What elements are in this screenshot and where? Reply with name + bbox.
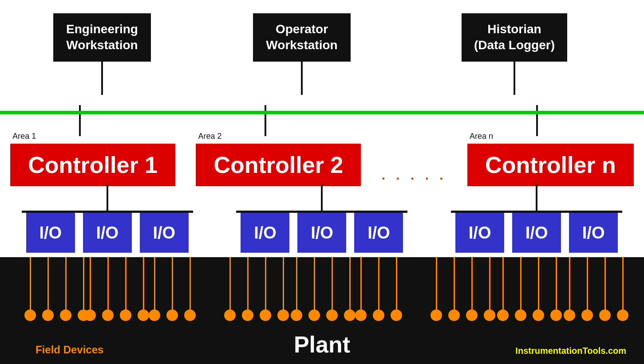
instrumentation-label: InstrumentationTools.com (515, 346, 626, 356)
io2-1-wires (224, 257, 289, 321)
middle-section: Area 1 Controller 1 Area 2 Controller 2 … (0, 120, 644, 191)
ion-2-wires (497, 257, 562, 321)
ion-3: I/O (569, 213, 618, 253)
ion-1: I/O (455, 213, 504, 253)
ctrl2-bus-line (265, 105, 266, 136)
eng-ws-line (101, 62, 103, 95)
io1-3-wires (149, 257, 196, 321)
diagram: Engineering Workstation Operator Worksta… (0, 0, 644, 364)
controllern: Controller n (467, 144, 634, 186)
plant-label: Plant (294, 331, 350, 358)
top-section: Engineering Workstation Operator Worksta… (0, 0, 644, 120)
ion-3-wires (564, 257, 628, 321)
bottom-section: Field Devices Plant InstrumentationTools… (0, 257, 644, 364)
io-group-2: I/O I/O I/O (241, 211, 403, 253)
ctrl1-bus-line (79, 105, 81, 136)
io2-2-wires (291, 257, 356, 321)
ctrln-bus-line (536, 105, 538, 136)
field-devices-label: Field Devices (36, 344, 103, 356)
io1-2: I/O (83, 213, 132, 253)
ion-1-wires (431, 257, 495, 321)
io1-1: I/O (26, 213, 75, 253)
engineering-workstation: Engineering Workstation (53, 13, 151, 62)
io2-1: I/O (241, 213, 289, 253)
op-ws-line (301, 62, 303, 95)
arean-label: Area n (467, 132, 493, 141)
io-group-n: I/O I/O I/O (455, 211, 618, 253)
io2-3-wires (355, 257, 402, 321)
controller1: Controller 1 (10, 144, 175, 186)
io-group-1: I/O I/O I/O (26, 211, 189, 253)
io1-1-wires (24, 257, 89, 321)
operator-workstation: Operator Workstation (253, 13, 351, 62)
io-section: I/O I/O I/O I/O I/O I/O I/O I/O I/O (0, 191, 644, 257)
ctrl2-io-vline (321, 184, 323, 213)
controller2: Controller 2 (196, 144, 361, 186)
io1-3: I/O (140, 213, 189, 253)
area1-label: Area 1 (10, 132, 36, 141)
io1-2-wires (84, 257, 149, 321)
dots-separator: · · · · · (382, 145, 447, 186)
ctrl1-io-vline (107, 184, 108, 213)
io2-3: I/O (354, 213, 403, 253)
hist-ws-line (514, 62, 515, 95)
historian-workstation: Historian (Data Logger) (462, 13, 567, 62)
bus-line (0, 111, 644, 114)
io2-2: I/O (297, 213, 346, 253)
ion-2: I/O (512, 213, 561, 253)
area2-label: Area 2 (196, 132, 221, 141)
ctrln-io-vline (536, 184, 537, 213)
